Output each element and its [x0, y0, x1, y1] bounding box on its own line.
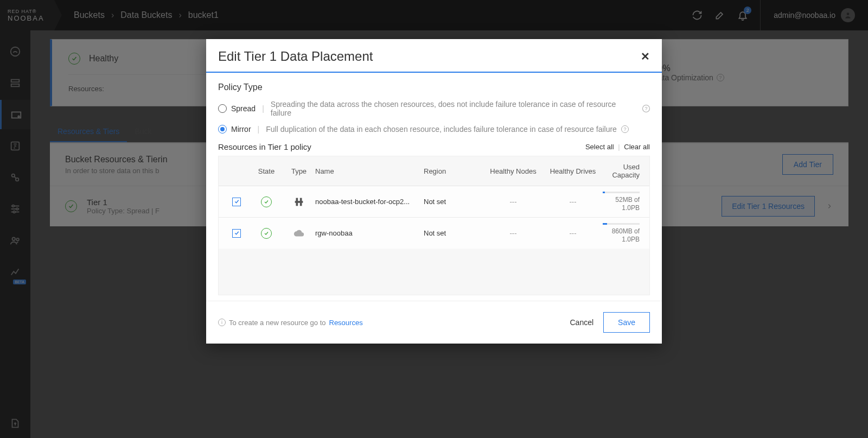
radio-mirror-row[interactable]: Mirror | Full duplication of the data in… [218, 125, 650, 134]
cancel-button[interactable]: Cancel [570, 318, 593, 327]
col-used: Used Capacity [603, 163, 645, 179]
table-header: State Type Name Region Healthy Nodes Hea… [219, 156, 649, 186]
radio-spread[interactable] [218, 104, 227, 113]
col-region: Region [424, 167, 483, 175]
resource-type-icon [283, 196, 315, 208]
select-links: Select all | Clear all [585, 143, 650, 151]
table-row: noobaa-test-bucket-for-ocp2... Not set -… [219, 186, 649, 218]
modal-edit-tier: Edit Tier 1 Data Placement ✕ Policy Type… [206, 39, 662, 344]
footer-resources-link[interactable]: Resources [329, 319, 363, 327]
modal-title: Edit Tier 1 Data Placement [218, 49, 373, 64]
row-nodes: --- [483, 198, 543, 206]
state-ok-icon [261, 196, 272, 207]
save-button[interactable]: Save [603, 312, 650, 333]
row-region: Not set [424, 198, 483, 206]
modal-backdrop: Edit Tier 1 Data Placement ✕ Policy Type… [0, 0, 868, 438]
close-icon[interactable]: ✕ [641, 50, 650, 63]
select-all-link[interactable]: Select all [585, 143, 614, 151]
row-checkbox[interactable] [232, 198, 241, 206]
row-nodes: --- [483, 229, 543, 237]
radio-spread-row[interactable]: Spread | Spreading the data across the c… [218, 100, 650, 117]
row-capacity: 860MB of 1.0PB [603, 223, 645, 243]
cloud-icon [283, 227, 315, 239]
info-icon[interactable]: ? [621, 125, 629, 133]
radio-spread-label: Spread [231, 104, 256, 113]
row-region: Not set [424, 229, 483, 237]
clear-all-link[interactable]: Clear all [624, 143, 650, 151]
col-nodes: Healthy Nodes [483, 167, 543, 175]
radio-mirror-desc: Full duplication of the data in each cho… [266, 125, 617, 134]
col-type: Type [283, 167, 315, 175]
row-name: rgw-noobaa [315, 229, 424, 237]
row-drives: --- [543, 229, 603, 237]
row-capacity: 52MB of 1.0PB [603, 192, 645, 212]
col-drives: Healthy Drives [543, 167, 603, 175]
footer-text: To create a new resource go to [229, 319, 326, 327]
radio-mirror-label: Mirror [231, 125, 251, 134]
state-ok-icon [261, 228, 272, 239]
info-icon: i [218, 319, 226, 326]
radio-spread-desc: Spreading the data across the chosen res… [271, 100, 638, 117]
col-state: State [250, 167, 283, 175]
policy-type-label: Policy Type [218, 82, 650, 92]
resources-table: State Type Name Region Healthy Nodes Hea… [218, 156, 650, 295]
info-icon[interactable]: ? [642, 105, 650, 112]
resources-title: Resources in Tier 1 policy [218, 142, 311, 151]
row-checkbox[interactable] [232, 229, 241, 238]
col-name: Name [315, 167, 424, 175]
svg-rect-16 [295, 201, 303, 203]
modal-footer: i To create a new resource go to Resourc… [206, 301, 662, 344]
row-name: noobaa-test-bucket-for-ocp2... [315, 198, 424, 206]
row-drives: --- [543, 198, 603, 206]
radio-mirror[interactable] [218, 125, 227, 134]
table-row: rgw-noobaa Not set --- --- 860MB of 1.0P… [219, 218, 649, 249]
